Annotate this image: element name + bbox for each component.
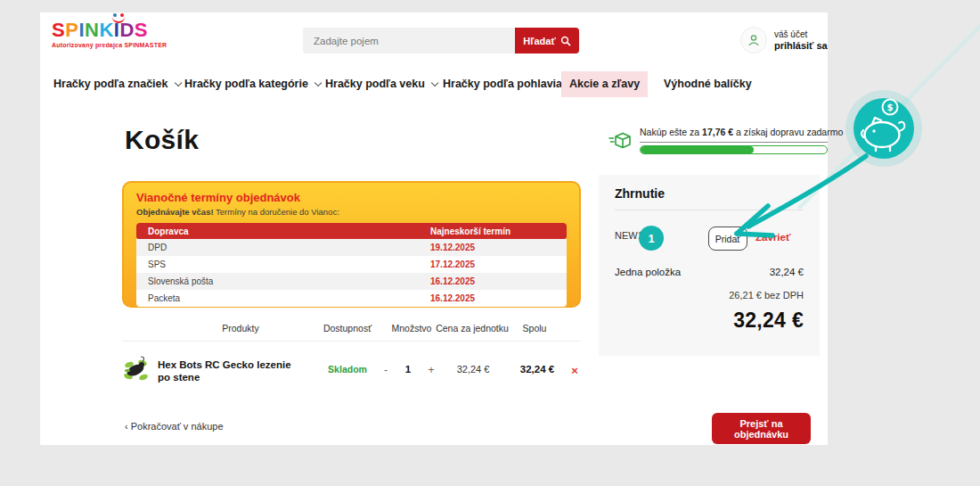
checkout-button[interactable]: Prejsť na objednávku [712, 413, 811, 444]
remove-item-button[interactable]: × [571, 364, 578, 377]
column-header-unit-price: Cena za jednotku [436, 323, 509, 334]
logo-letter: S [52, 19, 65, 41]
line-total: 32,24 € [520, 364, 554, 375]
divider [615, 210, 804, 210]
nav-item-label: Hračky podľa značiek [53, 78, 168, 90]
product-image[interactable] [122, 355, 151, 387]
user-icon [740, 27, 767, 54]
delivery-deadlines-table: Dopravca Najneskorší termín DPD19.12.202… [136, 223, 567, 307]
christmas-deadlines-box: Vianočné termíny objednávok Objednávajte… [122, 181, 581, 308]
nav-item-label: Akcie a zľavy [569, 78, 640, 90]
deadline-date: 16.12.2025 [430, 293, 475, 303]
divider [122, 341, 581, 342]
nav-item-gender[interactable]: Hračky podľa pohlavia [443, 71, 573, 97]
search-icon [560, 36, 571, 46]
nav-item-brands[interactable]: Hračky podľa značiek [53, 71, 179, 97]
shipping-progress-bar [640, 145, 828, 154]
search-bar: Hľadať [303, 28, 579, 54]
nav-item-bundles[interactable]: Výhodné balíčky [664, 71, 752, 97]
chevron-down-icon [174, 79, 181, 86]
logo-letter: S [135, 19, 148, 41]
unit-price: 32,24 € [457, 364, 490, 375]
summary-panel: Zhrnutie 1 Pridať Zavrieť Jedna položka … [599, 175, 820, 356]
nav-item-label: Výhodné balíčky [664, 78, 752, 90]
quantity-increase-button[interactable]: + [428, 364, 434, 376]
nav-item-label: Hračky podľa veku [325, 78, 425, 90]
page-title: Košík [125, 125, 199, 155]
column-header-quantity: Množstvo [392, 323, 432, 334]
availability-badge: Skladom [328, 364, 367, 375]
table-header-row: Dopravca Najneskorší termín [136, 223, 567, 239]
smiley-icon [111, 13, 127, 22]
summary-item-label: Jedna položka [615, 267, 681, 277]
svg-text:$: $ [887, 103, 894, 112]
continue-shopping-link[interactable]: ‹ Pokračovať v nákupe [125, 421, 224, 432]
quantity-value: 1 [405, 364, 411, 375]
deadline-date: 19.12.2025 [430, 243, 475, 252]
christmas-subtitle: Objednávajte včas! Termíny na doručenie … [136, 207, 567, 217]
account-text: váš účet prihlásiť sa [774, 29, 828, 51]
table-row: SPS17.12.2025 [136, 256, 567, 273]
summary-total: 32,24 € [733, 309, 804, 333]
deadline-date: 17.12.2025 [430, 259, 475, 269]
logo-letter: I [78, 19, 85, 41]
logo[interactable]: SPINKIDS Autorizovaný predajca SPINMASTE… [52, 20, 167, 48]
free-shipping-text: Nakúp ešte za 17,76 € a získaj dopravu z… [640, 127, 828, 143]
coupon-add-button[interactable]: Pridať [708, 227, 747, 251]
table-row: Slovenská pošta16.12.2025 [136, 273, 567, 290]
logo-letter: N [85, 19, 99, 41]
column-header-total: Spolu [523, 323, 547, 334]
shipping-progress-fill [641, 146, 754, 153]
table-row: DPD19.12.2025 [136, 239, 567, 256]
content-card: SPINKIDS Autorizovaný predajca SPINMASTE… [40, 12, 828, 445]
summary-title: Zhrnutie [615, 186, 665, 201]
column-header-products: Produkty [222, 323, 258, 334]
column-header-deadline: Najneskorší termín [430, 227, 510, 236]
chevron-down-icon [431, 79, 438, 86]
carrier-name: Slovenská pošta [136, 276, 430, 286]
logo-letter: P [65, 19, 78, 41]
account-line1: váš účet [774, 29, 828, 39]
nav-item-age[interactable]: Hračky podľa veku [325, 71, 436, 97]
carrier-name: Packeta [136, 293, 430, 303]
account-widget[interactable]: váš účet prihlásiť sa [740, 27, 828, 54]
quantity-decrease-button[interactable]: - [384, 364, 388, 376]
nav-item-label: Hračky podľa kategórie [184, 78, 308, 90]
logo-tagline: Autorizovaný predajca SPINMASTER [52, 42, 167, 48]
product-name[interactable]: Hex Bots RC Gecko lezenie po stene [158, 358, 291, 384]
carrier-name: SPS [136, 259, 430, 269]
nav-item-label: Hračky podľa pohlavia [443, 78, 562, 90]
coupon-close-link[interactable]: Zavrieť [755, 232, 790, 243]
nav-item-sales[interactable]: Akcie a zľavy [561, 71, 648, 97]
christmas-title: Vianočné termíny objednávok [136, 191, 567, 204]
summary-item-value: 32,24 € [770, 267, 804, 277]
account-line2: prihlásiť sa [774, 40, 828, 51]
logo-wordmark: SPINKIDS [52, 20, 167, 41]
table-row: Packeta16.12.2025 [136, 290, 567, 307]
column-header-availability: Dostupnosť [323, 323, 372, 334]
deadline-date: 16.12.2025 [430, 276, 475, 286]
package-icon [608, 128, 633, 157]
chevron-down-icon [314, 79, 322, 86]
free-shipping-banner: Nakúp ešte za 17,76 € a získaj dopravu z… [640, 127, 828, 154]
carrier-name: DPD [136, 243, 430, 252]
search-button-label: Hľadať [523, 36, 555, 46]
step-badge: 1 [639, 226, 664, 251]
summary-vat-line: 26,21 € bez DPH [729, 290, 804, 301]
column-header-carrier: Dopravca [136, 227, 430, 236]
search-button[interactable]: Hľadať [515, 28, 579, 54]
search-input[interactable] [303, 28, 515, 54]
nav-item-categories[interactable]: Hračky podľa kategórie [184, 71, 319, 97]
piggy-bank-icon: $ [845, 90, 922, 167]
